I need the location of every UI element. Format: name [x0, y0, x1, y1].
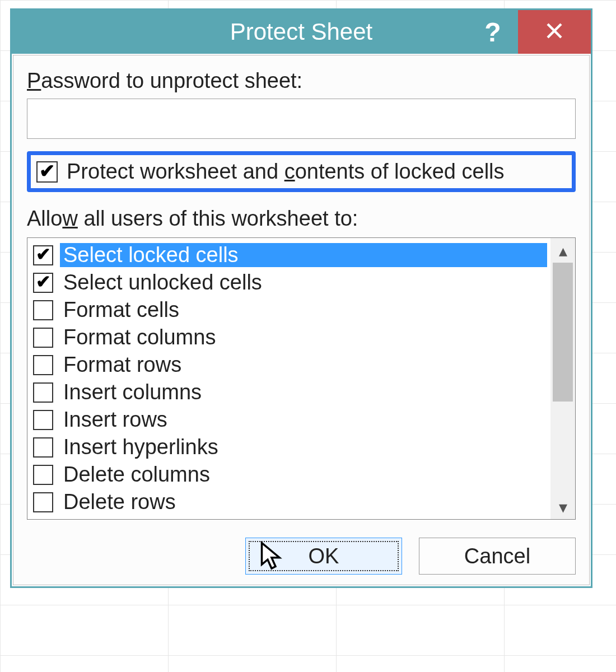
- permission-label: Format cells: [60, 298, 547, 322]
- cursor-icon: [259, 541, 284, 577]
- permission-row[interactable]: Select unlocked cells: [31, 269, 550, 296]
- protect-contents-checkbox[interactable]: [36, 161, 58, 183]
- scroll-up-arrow-icon[interactable]: ▴: [550, 238, 575, 263]
- permission-row[interactable]: Format rows: [31, 351, 550, 379]
- permission-label: Delete rows: [60, 490, 547, 514]
- scrollbar[interactable]: ▴ ▾: [550, 238, 575, 519]
- permission-label: Select unlocked cells: [60, 270, 547, 295]
- permission-row[interactable]: Insert columns: [31, 379, 550, 406]
- permission-label: Insert rows: [60, 408, 547, 432]
- scroll-down-arrow-icon[interactable]: ▾: [550, 494, 575, 519]
- permission-checkbox[interactable]: [33, 382, 53, 403]
- permission-row[interactable]: Delete columns: [31, 461, 550, 488]
- permission-checkbox[interactable]: [33, 300, 53, 320]
- permission-checkbox[interactable]: [33, 492, 53, 512]
- permission-label: Delete columns: [60, 463, 547, 487]
- password-label: Password to unprotect sheet:: [27, 69, 576, 93]
- permission-label: Format rows: [60, 353, 547, 377]
- permission-row[interactable]: Format cells: [31, 296, 550, 324]
- titlebar-controls: ?: [468, 10, 591, 54]
- cancel-button[interactable]: Cancel: [419, 538, 576, 575]
- cancel-button-label: Cancel: [464, 544, 530, 568]
- permission-label: Insert hyperlinks: [60, 435, 547, 459]
- permission-checkbox[interactable]: [33, 245, 53, 265]
- permission-checkbox[interactable]: [33, 437, 53, 458]
- titlebar: Protect Sheet ?: [12, 10, 591, 54]
- permission-checkbox[interactable]: [33, 410, 53, 430]
- dialog-button-row: OK Cancel: [27, 538, 576, 575]
- dialog-body: Password to unprotect sheet: Protect wor…: [13, 55, 590, 585]
- allow-users-label: Allow all users of this worksheet to:: [27, 207, 576, 231]
- close-icon: [544, 21, 564, 43]
- scroll-track[interactable]: [550, 263, 575, 494]
- dialog-title: Protect Sheet: [230, 18, 372, 45]
- close-button[interactable]: [518, 10, 591, 54]
- protect-contents-highlight: Protect worksheet and contents of locked…: [27, 151, 576, 192]
- password-input[interactable]: [27, 99, 576, 139]
- protect-sheet-dialog: Protect Sheet ? Password to unprotect sh…: [10, 8, 592, 588]
- permission-checkbox[interactable]: [33, 355, 53, 375]
- permission-label: Select locked cells: [60, 243, 547, 267]
- permission-checkbox[interactable]: [33, 465, 53, 485]
- permission-row[interactable]: Insert hyperlinks: [31, 433, 550, 461]
- ok-button[interactable]: OK: [245, 538, 402, 575]
- permission-checkbox[interactable]: [33, 328, 53, 348]
- ok-button-label: OK: [309, 544, 339, 568]
- permission-label: Insert columns: [60, 380, 547, 404]
- protect-contents-label: Protect worksheet and contents of locked…: [67, 160, 505, 184]
- permission-checkbox[interactable]: [33, 273, 53, 293]
- permission-row[interactable]: Delete rows: [31, 488, 550, 516]
- help-button[interactable]: ?: [468, 10, 518, 54]
- permission-row[interactable]: Insert rows: [31, 406, 550, 433]
- scroll-thumb[interactable]: [553, 263, 573, 402]
- permissions-list-items: Select locked cellsSelect unlocked cells…: [27, 238, 550, 519]
- permission-label: Format columns: [60, 325, 547, 349]
- permissions-listbox[interactable]: Select locked cellsSelect unlocked cells…: [27, 237, 576, 520]
- permission-row[interactable]: Format columns: [31, 324, 550, 351]
- permission-row[interactable]: Select locked cells: [31, 241, 550, 269]
